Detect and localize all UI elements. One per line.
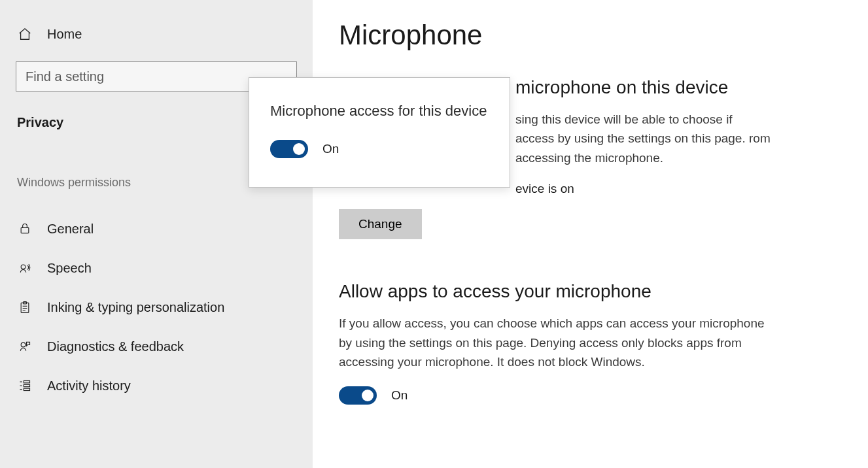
section-heading: Allow apps to access your microphone (339, 281, 842, 302)
search-input[interactable] (26, 69, 287, 84)
section-heading: microphone on this device (515, 77, 842, 98)
popup-toggle-row: On (270, 140, 489, 158)
sidebar: Home Privacy Windows permissions General… (0, 0, 313, 468)
svg-point-1 (21, 265, 26, 269)
sidebar-item-inking[interactable]: Inking & typing personalization (16, 288, 297, 327)
feedback-icon (17, 339, 33, 354)
section-desc: sing this device will be able to choose … (515, 110, 771, 167)
svg-rect-2 (21, 303, 29, 312)
microphone-access-popup: Microphone access for this device On (249, 77, 510, 188)
svg-point-4 (21, 343, 26, 347)
device-access-status: evice is on (515, 182, 842, 196)
toggle-knob (293, 143, 305, 155)
change-button[interactable]: Change (339, 209, 422, 239)
sidebar-item-label: Speech (47, 261, 92, 276)
sidebar-item-speech[interactable]: Speech (16, 248, 297, 288)
apps-access-toggle[interactable] (339, 386, 377, 405)
sidebar-item-label: General (47, 222, 94, 237)
toggle-label: On (322, 142, 339, 156)
nav-home-label: Home (47, 27, 82, 42)
section-apps-access: Allow apps to access your microphone If … (339, 281, 842, 404)
main-content: Microphone microphone on this device sin… (313, 0, 868, 468)
device-access-toggle[interactable] (270, 140, 308, 158)
sidebar-item-activity[interactable]: Activity history (16, 366, 297, 405)
lock-icon (17, 221, 33, 237)
sidebar-item-label: Inking & typing personalization (47, 300, 224, 315)
sidebar-item-general[interactable]: General (16, 209, 297, 248)
sidebar-item-label: Activity history (47, 378, 131, 393)
popup-title: Microphone access for this device (270, 101, 489, 122)
page-title: Microphone (339, 20, 842, 51)
activity-history-icon (17, 378, 33, 393)
svg-rect-0 (21, 227, 29, 233)
clipboard-icon (17, 299, 33, 315)
sidebar-item-diagnostics[interactable]: Diagnostics & feedback (16, 327, 297, 366)
svg-rect-5 (24, 381, 29, 383)
svg-rect-7 (24, 388, 29, 390)
home-icon (17, 26, 33, 42)
sidebar-item-label: Diagnostics & feedback (47, 339, 184, 354)
nav-home[interactable]: Home (16, 26, 297, 42)
speech-icon (17, 260, 33, 276)
svg-rect-6 (24, 384, 29, 386)
toggle-label: On (391, 388, 408, 403)
toggle-knob (362, 390, 373, 401)
section-desc: If you allow access, you can choose whic… (339, 314, 771, 371)
apps-access-toggle-row: On (339, 386, 842, 405)
